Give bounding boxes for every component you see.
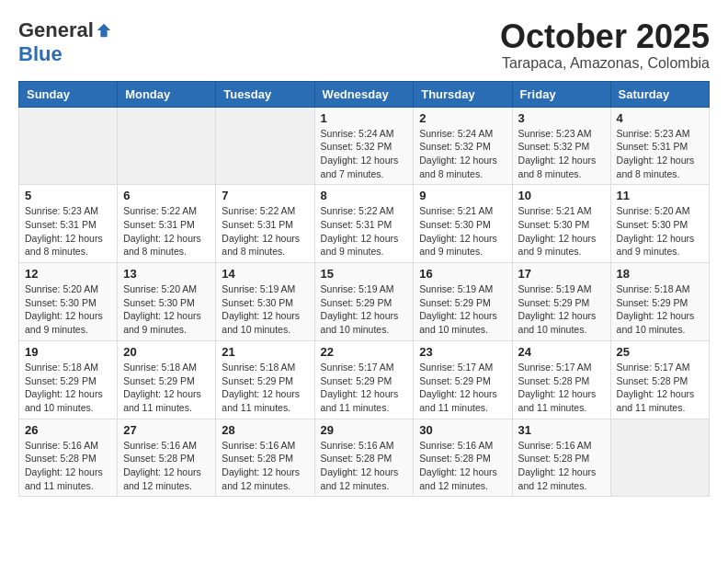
calendar-cell: 30Sunrise: 5:16 AMSunset: 5:28 PMDayligh…	[414, 419, 512, 497]
calendar-cell: 24Sunrise: 5:17 AMSunset: 5:28 PMDayligh…	[512, 340, 610, 419]
weekday-header: Wednesday	[314, 81, 414, 107]
calendar-cell: 11Sunrise: 5:20 AMSunset: 5:30 PMDayligh…	[610, 185, 709, 263]
calendar-cell: 26Sunrise: 5:16 AMSunset: 5:28 PMDayligh…	[19, 419, 118, 497]
calendar-cell: 31Sunrise: 5:16 AMSunset: 5:28 PMDayligh…	[512, 419, 610, 497]
calendar-week-row: 12Sunrise: 5:20 AMSunset: 5:30 PMDayligh…	[19, 263, 710, 341]
calendar-cell: 4Sunrise: 5:23 AMSunset: 5:31 PMDaylight…	[610, 107, 709, 185]
day-number: 23	[419, 345, 506, 359]
day-number: 11	[617, 189, 703, 202]
calendar-cell: 19Sunrise: 5:18 AMSunset: 5:29 PMDayligh…	[19, 340, 118, 419]
day-info: Sunrise: 5:20 AMSunset: 5:30 PMDaylight:…	[617, 205, 695, 257]
day-info: Sunrise: 5:21 AMSunset: 5:30 PMDaylight:…	[419, 205, 497, 257]
logo-general: General	[18, 18, 94, 42]
calendar-cell: 5Sunrise: 5:23 AMSunset: 5:31 PMDaylight…	[19, 185, 118, 263]
day-number: 18	[617, 267, 703, 281]
day-number: 1	[321, 111, 408, 125]
day-info: Sunrise: 5:16 AMSunset: 5:28 PMDaylight:…	[518, 440, 597, 491]
day-number: 2	[419, 111, 506, 125]
day-number: 17	[518, 267, 605, 281]
calendar-cell: 10Sunrise: 5:21 AMSunset: 5:30 PMDayligh…	[512, 185, 610, 263]
day-number: 9	[419, 189, 506, 202]
day-number: 31	[518, 423, 605, 437]
day-number: 29	[321, 423, 408, 437]
day-info: Sunrise: 5:16 AMSunset: 5:28 PMDaylight:…	[321, 440, 399, 491]
calendar-week-row: 5Sunrise: 5:23 AMSunset: 5:31 PMDaylight…	[19, 185, 710, 263]
calendar-cell: 16Sunrise: 5:19 AMSunset: 5:29 PMDayligh…	[414, 263, 512, 341]
day-info: Sunrise: 5:23 AMSunset: 5:31 PMDaylight:…	[25, 205, 103, 257]
calendar-cell: 23Sunrise: 5:17 AMSunset: 5:29 PMDayligh…	[414, 340, 512, 419]
day-info: Sunrise: 5:20 AMSunset: 5:30 PMDaylight:…	[123, 283, 201, 335]
day-number: 10	[518, 189, 605, 202]
day-info: Sunrise: 5:19 AMSunset: 5:29 PMDaylight:…	[321, 283, 399, 335]
day-number: 25	[617, 345, 703, 359]
calendar-cell: 3Sunrise: 5:23 AMSunset: 5:32 PMDaylight…	[512, 107, 610, 185]
svg-marker-0	[97, 24, 110, 37]
calendar-cell: 28Sunrise: 5:16 AMSunset: 5:28 PMDayligh…	[216, 419, 314, 497]
calendar-cell: 8Sunrise: 5:22 AMSunset: 5:31 PMDaylight…	[314, 185, 414, 263]
month-title: October 2025	[500, 18, 710, 55]
logo-blue: Blue	[18, 42, 63, 66]
day-number: 15	[321, 267, 408, 281]
day-info: Sunrise: 5:22 AMSunset: 5:31 PMDaylight:…	[123, 205, 201, 257]
page-header: General Blue October 2025 Tarapaca, Amaz…	[18, 18, 710, 72]
calendar-cell: 25Sunrise: 5:17 AMSunset: 5:28 PMDayligh…	[610, 340, 709, 419]
calendar-cell	[216, 107, 314, 185]
day-info: Sunrise: 5:23 AMSunset: 5:31 PMDaylight:…	[617, 128, 695, 179]
day-info: Sunrise: 5:16 AMSunset: 5:28 PMDaylight:…	[123, 440, 201, 491]
calendar-cell: 15Sunrise: 5:19 AMSunset: 5:29 PMDayligh…	[314, 263, 414, 341]
calendar-week-row: 1Sunrise: 5:24 AMSunset: 5:32 PMDaylight…	[19, 107, 710, 185]
day-number: 6	[123, 189, 210, 202]
day-number: 21	[222, 345, 308, 359]
calendar-table: SundayMondayTuesdayWednesdayThursdayFrid…	[18, 81, 710, 498]
weekday-header-row: SundayMondayTuesdayWednesdayThursdayFrid…	[19, 81, 710, 107]
weekday-header: Monday	[118, 81, 216, 107]
day-info: Sunrise: 5:22 AMSunset: 5:31 PMDaylight:…	[321, 205, 399, 257]
calendar-cell: 2Sunrise: 5:24 AMSunset: 5:32 PMDaylight…	[414, 107, 512, 185]
day-info: Sunrise: 5:17 AMSunset: 5:29 PMDaylight:…	[321, 362, 399, 413]
day-info: Sunrise: 5:21 AMSunset: 5:30 PMDaylight:…	[518, 205, 597, 257]
day-info: Sunrise: 5:24 AMSunset: 5:32 PMDaylight:…	[321, 128, 399, 179]
day-info: Sunrise: 5:19 AMSunset: 5:29 PMDaylight:…	[419, 283, 497, 335]
day-number: 5	[25, 189, 111, 202]
day-info: Sunrise: 5:20 AMSunset: 5:30 PMDaylight:…	[25, 283, 103, 335]
day-info: Sunrise: 5:23 AMSunset: 5:32 PMDaylight:…	[518, 128, 597, 179]
subtitle: Tarapaca, Amazonas, Colombia	[500, 55, 710, 72]
calendar-cell: 9Sunrise: 5:21 AMSunset: 5:30 PMDaylight…	[414, 185, 512, 263]
day-info: Sunrise: 5:22 AMSunset: 5:31 PMDaylight:…	[222, 205, 300, 257]
calendar-cell: 12Sunrise: 5:20 AMSunset: 5:30 PMDayligh…	[19, 263, 118, 341]
day-info: Sunrise: 5:18 AMSunset: 5:29 PMDaylight:…	[123, 362, 201, 413]
day-number: 22	[321, 345, 408, 359]
day-number: 28	[222, 423, 308, 437]
calendar-cell: 18Sunrise: 5:18 AMSunset: 5:29 PMDayligh…	[610, 263, 709, 341]
calendar-cell: 17Sunrise: 5:19 AMSunset: 5:29 PMDayligh…	[512, 263, 610, 341]
day-number: 7	[222, 189, 308, 202]
day-number: 24	[518, 345, 605, 359]
day-info: Sunrise: 5:17 AMSunset: 5:29 PMDaylight:…	[419, 362, 497, 413]
calendar-cell: 27Sunrise: 5:16 AMSunset: 5:28 PMDayligh…	[118, 419, 216, 497]
calendar-cell: 22Sunrise: 5:17 AMSunset: 5:29 PMDayligh…	[314, 340, 414, 419]
calendar-cell: 14Sunrise: 5:19 AMSunset: 5:30 PMDayligh…	[216, 263, 314, 341]
title-block: October 2025 Tarapaca, Amazonas, Colombi…	[500, 18, 710, 72]
day-number: 4	[617, 111, 703, 125]
calendar-cell: 6Sunrise: 5:22 AMSunset: 5:31 PMDaylight…	[118, 185, 216, 263]
calendar-week-row: 26Sunrise: 5:16 AMSunset: 5:28 PMDayligh…	[19, 419, 710, 497]
weekday-header: Friday	[512, 81, 610, 107]
calendar-cell: 13Sunrise: 5:20 AMSunset: 5:30 PMDayligh…	[118, 263, 216, 341]
weekday-header: Saturday	[610, 81, 709, 107]
day-number: 20	[123, 345, 210, 359]
day-info: Sunrise: 5:19 AMSunset: 5:29 PMDaylight:…	[518, 283, 597, 335]
weekday-header: Tuesday	[216, 81, 314, 107]
calendar-cell: 29Sunrise: 5:16 AMSunset: 5:28 PMDayligh…	[314, 419, 414, 497]
day-number: 26	[25, 423, 111, 437]
calendar-cell: 20Sunrise: 5:18 AMSunset: 5:29 PMDayligh…	[118, 340, 216, 419]
day-number: 14	[222, 267, 308, 281]
day-info: Sunrise: 5:24 AMSunset: 5:32 PMDaylight:…	[419, 128, 497, 179]
day-number: 16	[419, 267, 506, 281]
day-info: Sunrise: 5:16 AMSunset: 5:28 PMDaylight:…	[25, 440, 103, 491]
calendar-cell	[19, 107, 118, 185]
weekday-header: Thursday	[414, 81, 512, 107]
day-info: Sunrise: 5:18 AMSunset: 5:29 PMDaylight:…	[222, 362, 300, 413]
calendar-cell: 7Sunrise: 5:22 AMSunset: 5:31 PMDaylight…	[216, 185, 314, 263]
calendar-cell	[610, 419, 709, 497]
logo-icon	[96, 22, 112, 39]
